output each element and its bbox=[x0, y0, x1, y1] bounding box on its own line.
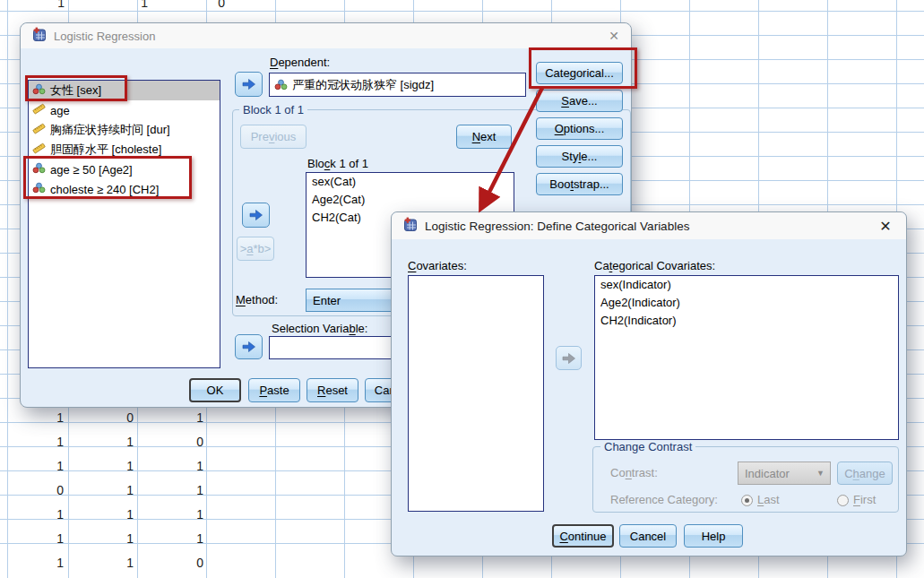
method-label: Method: bbox=[236, 293, 278, 306]
dependent-value: 严重的冠状动脉狭窄 [sigdz] bbox=[292, 77, 434, 93]
contrast-label: Contrast: bbox=[610, 466, 658, 479]
dialog-titlebar[interactable]: Logistic Regression: Define Categorical … bbox=[392, 212, 906, 239]
first-radio[interactable] bbox=[837, 495, 849, 506]
annotation-box-derived-variables bbox=[23, 156, 192, 199]
grid-cell[interactable]: 1 bbox=[139, 527, 209, 551]
ok-button[interactable]: OK bbox=[189, 378, 241, 402]
grid-row: 1 1 0 bbox=[0, 551, 209, 575]
annotation-box-categorical-button bbox=[529, 47, 637, 89]
grid-cell[interactable]: 1 bbox=[70, 0, 153, 12]
dependent-label: Dependent: bbox=[270, 56, 330, 69]
move-to-categorical-button[interactable] bbox=[556, 346, 582, 370]
grid-cell[interactable]: 0 bbox=[139, 551, 209, 575]
selection-variable-label: Selection Variable: bbox=[272, 322, 367, 335]
grid-row: 0 1 1 bbox=[0, 479, 209, 503]
categorical-covariate-item[interactable]: Age2(Indicator) bbox=[595, 294, 898, 312]
move-to-covariates-button[interactable] bbox=[242, 203, 270, 228]
categorical-covariate-item[interactable]: CH2(Indicator) bbox=[595, 312, 898, 330]
grid-row: 1 1 1 bbox=[0, 454, 209, 479]
style-button[interactable]: Style... bbox=[536, 145, 623, 168]
help-button[interactable]: Help bbox=[684, 524, 743, 548]
method-value: Enter bbox=[313, 294, 341, 307]
options-button[interactable]: Options... bbox=[536, 117, 623, 140]
grid-rows-bottom: 1 0 1 1 1 0 1 1 1 0 1 1 1 1 1 1 1 1 1 1 … bbox=[0, 406, 209, 575]
dialog-title: Logistic Regression bbox=[54, 30, 155, 43]
grid-cell[interactable]: 1 bbox=[0, 527, 69, 551]
previous-button[interactable]: Previous bbox=[240, 125, 307, 149]
categorical-covariate-item[interactable]: sex(Indicator) bbox=[595, 276, 898, 294]
covariate-item[interactable]: sex(Cat) bbox=[307, 173, 514, 191]
interaction-button[interactable]: >a*b> bbox=[237, 237, 274, 261]
continue-button[interactable]: Continue bbox=[552, 524, 614, 548]
grid-row: 1 1 1 bbox=[0, 503, 209, 527]
variable-label: age bbox=[50, 104, 70, 117]
grid-cell[interactable]: 1 bbox=[0, 406, 69, 430]
grid-row: 1 1 0 bbox=[0, 0, 230, 12]
grid-cell[interactable]: 1 bbox=[139, 503, 209, 527]
grid-cell[interactable]: 1 bbox=[0, 430, 69, 454]
covariates-label: Covariates: bbox=[408, 259, 467, 272]
grid-cell[interactable]: 1 bbox=[0, 503, 69, 527]
grid-cell[interactable]: 1 bbox=[69, 454, 139, 479]
dialog-title: Logistic Regression: Define Categorical … bbox=[425, 220, 689, 233]
grid-cell[interactable]: 1 bbox=[69, 430, 139, 454]
nominal-variable-icon bbox=[274, 79, 288, 91]
next-button[interactable]: Next bbox=[456, 125, 512, 149]
grid-cell[interactable]: 1 bbox=[69, 503, 139, 527]
grid-cell[interactable]: 0 bbox=[0, 479, 69, 503]
move-to-dependent-button[interactable] bbox=[235, 72, 263, 97]
list-item[interactable]: age bbox=[29, 100, 220, 120]
dependent-field[interactable]: 严重的冠状动脉狭窄 [sigdz] bbox=[269, 73, 526, 97]
grid-row: 1 0 1 bbox=[0, 406, 209, 430]
spss-dialog-icon bbox=[402, 217, 418, 235]
grid-cell[interactable]: 1 bbox=[0, 551, 69, 575]
reset-button[interactable]: Reset bbox=[307, 378, 358, 402]
list-item[interactable]: 胸痛症状持续时间 [dur] bbox=[29, 120, 220, 140]
grid-cell[interactable]: 1 bbox=[69, 551, 139, 575]
contrast-value: Indicator bbox=[745, 467, 790, 480]
scale-variable-icon bbox=[32, 123, 46, 137]
grid-row: 1 1 0 bbox=[0, 430, 209, 454]
change-contrast-label: Change Contrast bbox=[600, 440, 695, 453]
save-button[interactable]: Save... bbox=[536, 90, 623, 112]
grid-cell[interactable]: 1 bbox=[0, 0, 70, 12]
grid-cell[interactable]: 1 bbox=[139, 454, 209, 479]
covariate-item[interactable]: Age2(Cat) bbox=[307, 191, 514, 209]
last-radio-label: Last bbox=[757, 493, 780, 506]
scale-variable-icon bbox=[32, 103, 46, 117]
contrast-dropdown[interactable]: Indicator ▼ bbox=[738, 462, 831, 485]
last-radio[interactable] bbox=[741, 495, 753, 506]
close-icon[interactable]: ✕ bbox=[872, 212, 899, 239]
grid-cell[interactable]: 1 bbox=[139, 479, 209, 503]
categorical-covariates-label: Categorical Covariates: bbox=[594, 259, 715, 272]
first-radio-label: First bbox=[853, 493, 876, 506]
grid-cell[interactable]: 0 bbox=[69, 406, 139, 430]
spss-dialog-icon bbox=[31, 27, 47, 45]
define-categorical-dialog: Logistic Regression: Define Categorical … bbox=[391, 211, 907, 556]
grid-cell[interactable]: 1 bbox=[69, 527, 139, 551]
grid-cell[interactable]: 0 bbox=[139, 430, 209, 454]
grid-row: 1 1 1 bbox=[0, 527, 209, 551]
reference-category-label: Reference Category: bbox=[610, 493, 718, 506]
cancel-button[interactable]: Cancel bbox=[619, 524, 677, 548]
variable-label: 胸痛症状持续时间 [dur] bbox=[50, 122, 170, 138]
scale-variable-icon bbox=[32, 142, 46, 157]
grid-cell[interactable]: 1 bbox=[0, 454, 69, 479]
close-icon[interactable]: ✕ bbox=[600, 23, 627, 48]
grid-cell[interactable]: 0 bbox=[153, 0, 230, 12]
variable-list[interactable]: 女性 [sex] age 胸痛症状持续时间 [dur] 胆固醇水平 [chole… bbox=[28, 80, 220, 368]
covariates-caption: Block 1 of 1 bbox=[307, 157, 368, 170]
grid-cell[interactable]: 1 bbox=[69, 479, 139, 503]
dialog-titlebar[interactable]: Logistic Regression ✕ bbox=[21, 23, 631, 48]
move-to-selection-button[interactable] bbox=[235, 334, 263, 359]
chevron-down-icon: ▼ bbox=[816, 469, 825, 478]
grid-cell[interactable]: 1 bbox=[139, 406, 209, 430]
covariates-source-list[interactable] bbox=[408, 275, 544, 512]
block-group-label: Block 1 of 1 bbox=[239, 103, 307, 116]
change-button[interactable]: Change bbox=[837, 462, 893, 485]
paste-button[interactable]: Paste bbox=[248, 378, 300, 402]
categorical-covariates-list[interactable]: sex(Indicator) Age2(Indicator) CH2(Indic… bbox=[594, 275, 899, 440]
bootstrap-button[interactable]: Bootstrap... bbox=[536, 173, 623, 195]
annotation-box-sex-variable bbox=[25, 75, 127, 101]
